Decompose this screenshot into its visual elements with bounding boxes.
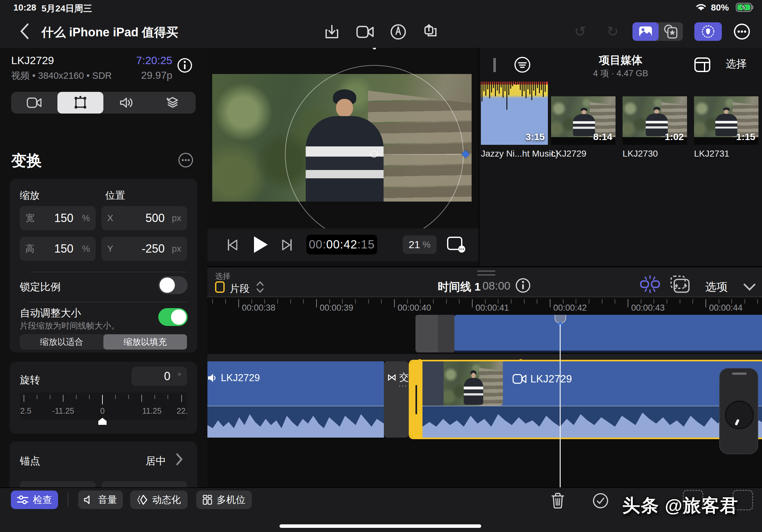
voice-isolation-button[interactable] — [694, 22, 722, 41]
import-icon[interactable] — [323, 23, 341, 41]
clip-type-selector[interactable]: 片段 — [230, 282, 250, 295]
clip-video-icon — [512, 374, 526, 384]
clip-name-label: LKJ2729 — [221, 372, 260, 384]
scale-to-fit-button[interactable]: 缩放以适合 — [20, 334, 104, 350]
back-button[interactable] — [15, 22, 33, 40]
undo-icon[interactable]: ↺ — [571, 22, 589, 40]
delete-icon[interactable] — [548, 491, 568, 510]
overwrite-mode-icon[interactable] — [669, 274, 691, 294]
position-x-field[interactable]: X 500 px — [102, 206, 187, 230]
tab-effects[interactable] — [150, 92, 196, 113]
play-button[interactable] — [250, 233, 272, 256]
layout-icon[interactable] — [693, 55, 712, 74]
scale-to-fill-button[interactable]: 缩放以填充 — [104, 334, 187, 350]
rotation-field[interactable]: 0 ° — [131, 367, 187, 386]
more-options-icon[interactable] — [733, 22, 751, 41]
panel-drag-handle[interactable] — [493, 58, 496, 72]
timeline-info-icon[interactable] — [514, 277, 532, 294]
home-indicator[interactable] — [279, 524, 481, 528]
multicam-button[interactable]: 多机位 — [196, 491, 252, 509]
rotation-tick-label: 22.5 — [177, 406, 187, 416]
redo-icon[interactable]: ↻ — [604, 22, 622, 40]
info-icon[interactable] — [176, 57, 193, 74]
position-label: 位置 — [105, 189, 125, 202]
inspector-framerate: 29.97p — [96, 70, 172, 81]
toolbar-divider — [68, 493, 68, 507]
inspector-clip-name: LKJ2729 — [11, 54, 54, 67]
detach-clip-icon[interactable] — [639, 274, 661, 294]
media-item-video[interactable]: 8:14 — [551, 96, 616, 145]
zoom-level-field[interactable]: 21% — [403, 235, 436, 254]
filter-icon[interactable] — [513, 55, 532, 74]
clip-type-icon — [215, 281, 225, 293]
viewer-options-icon[interactable] — [446, 235, 467, 254]
confirm-icon[interactable] — [591, 491, 610, 510]
connected-clip-blue[interactable] — [454, 315, 762, 353]
timeline-clip-1[interactable]: LKJ2729 — [207, 362, 384, 437]
inspector-clip-duration: 7:20:25 — [96, 54, 172, 67]
clip-type-sort-icon[interactable] — [256, 280, 266, 294]
rotation-dial[interactable]: 22.5 -11.25 0 11.25 22.5 — [20, 392, 187, 420]
lock-ratio-toggle[interactable] — [158, 276, 188, 294]
media-item-video[interactable]: 1:02 — [623, 96, 687, 145]
audio-waveform-spikes — [481, 82, 548, 110]
media-item-duration: 3:15 — [526, 131, 545, 142]
playhead-line[interactable] — [560, 324, 561, 487]
tab-transform[interactable] — [57, 92, 104, 113]
battery-icon — [736, 3, 754, 12]
wifi-icon — [695, 3, 707, 12]
animate-button[interactable]: 动态化 — [130, 491, 188, 509]
clip-audio-icon — [208, 373, 218, 382]
timeline-ruler[interactable]: 00:00:38 00:00:39 00:00:40 00:00:41 00:0… — [207, 297, 762, 315]
connected-clip-gray[interactable] — [416, 315, 438, 353]
viewer-video-frame[interactable] — [212, 74, 472, 202]
connected-clip-gray[interactable] — [438, 315, 454, 353]
media-item-name: LKJ2729 — [551, 149, 586, 159]
effects-browser-button[interactable] — [658, 22, 683, 41]
jog-wheel-panel[interactable] — [719, 368, 758, 454]
jog-wheel-dial[interactable] — [725, 401, 754, 429]
trim-handle-left[interactable] — [410, 362, 422, 437]
transform-top-handle[interactable] — [373, 48, 376, 49]
media-select-button[interactable]: 选择 — [725, 57, 747, 71]
scale-position-card: 缩放 位置 宽 150 % X 500 px 高 150 % Y -250 px — [10, 179, 197, 353]
scale-height-field[interactable]: 高 150 % — [20, 237, 96, 261]
inspector-tabs — [11, 92, 195, 113]
scale-width-field[interactable]: 宽 150 % — [20, 206, 96, 230]
pencil-tool-icon[interactable] — [389, 23, 407, 41]
status-time: 10:28 — [13, 3, 37, 13]
anchor-y-field[interactable]: Y 0 px — [102, 481, 187, 487]
options-chevron-icon[interactable] — [742, 281, 757, 294]
timeline-timecode: 08:00 — [483, 279, 510, 292]
share-icon[interactable] — [422, 23, 440, 41]
next-frame-icon[interactable] — [279, 237, 295, 253]
inspect-button[interactable]: 检查 — [11, 491, 58, 509]
anchor-chevron-icon[interactable] — [173, 452, 186, 466]
volume-button[interactable]: 音量 — [78, 491, 123, 509]
tab-video[interactable] — [11, 92, 57, 113]
media-item-video[interactable]: 1:15 — [694, 96, 758, 145]
timeline-options-button[interactable]: 选项 — [705, 279, 727, 295]
rotation-tick-label: 11.25 — [142, 406, 162, 416]
transition-clip[interactable]: ⋈ 交 … — [384, 362, 409, 437]
timeline-drag-handle[interactable] — [477, 270, 495, 276]
section-more-icon[interactable] — [178, 152, 194, 168]
transform-center-handle[interactable] — [370, 151, 377, 158]
autosize-toggle[interactable] — [158, 308, 188, 326]
previous-frame-icon[interactable] — [224, 237, 241, 253]
camera-icon[interactable] — [356, 23, 374, 41]
tab-audio[interactable] — [104, 92, 150, 113]
media-browser-button[interactable] — [633, 22, 658, 41]
anchor-x-field[interactable]: X 0 px — [20, 481, 96, 487]
watermark: 头条 @旅客君 — [622, 494, 738, 518]
battery-percent: 80% — [711, 3, 729, 13]
anchor-value: 居中 — [137, 454, 166, 468]
jog-wheel-handle[interactable] — [732, 372, 747, 375]
position-y-field[interactable]: Y -250 px — [102, 237, 187, 261]
ruler-label: 00:00:40 — [398, 303, 431, 313]
media-item-audio[interactable]: 3:15 — [481, 82, 548, 145]
rotation-tick-label: 0 — [100, 406, 105, 416]
timecode-display[interactable]: 00:00:42:15 — [306, 235, 377, 254]
timeline-clip-selected[interactable]: LKJ2729 — [409, 360, 762, 439]
scale-label: 缩放 — [20, 189, 39, 202]
